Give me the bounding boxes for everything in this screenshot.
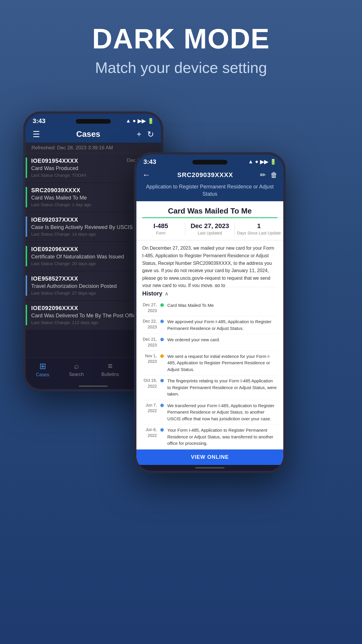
- time-right: 3:43: [143, 158, 156, 166]
- cases-label: Cases: [36, 372, 49, 377]
- home-indicator-right: [136, 465, 283, 471]
- history-date: Jun 6,2022: [142, 427, 157, 438]
- stat-label: Days Since Last Update: [235, 231, 283, 235]
- phone-right: 3:43 ▲ ● ▶▶ 🔋 ← SRC209039XXXX ✏ 🗑 Applic…: [134, 152, 286, 473]
- history-item: Dec 27,2023 Card Was Mailed To Me: [142, 300, 277, 316]
- detail-body-text: On December 27, 2023, we mailed your new…: [142, 244, 277, 287]
- history-section: History ∧ Dec 27,2023 Card Was Mailed To…: [136, 287, 283, 449]
- stat-label: Last Updated: [185, 231, 234, 235]
- history-item: Jun 6,2022 Your Form I-485, Application …: [142, 425, 277, 449]
- view-online-button[interactable]: VIEW ONLINE: [136, 449, 283, 465]
- form-subtitle: Application to Register Permanent Reside…: [136, 183, 283, 201]
- refresh-text: Refreshed: Dec 28, 2023 3:39:16 AM: [31, 145, 113, 150]
- case-id: IOE091954XXXX: [31, 158, 78, 164]
- stat-item: I-485 Form: [136, 222, 185, 235]
- stat-value: 1: [235, 222, 283, 230]
- detail-body: On December 27, 2023, we mailed your new…: [136, 240, 283, 287]
- delete-icon[interactable]: 🗑: [270, 171, 277, 179]
- bottom-nav-bulletins[interactable]: ≡ Bulletins: [93, 361, 127, 377]
- case-id: IOE958527XXXX: [31, 275, 78, 282]
- stat-value: I-485: [136, 222, 185, 230]
- history-dot: [160, 404, 164, 407]
- status-icons-left: ▲ ● ▶▶ 🔋: [126, 118, 154, 124]
- history-dot: [160, 354, 164, 358]
- status-bar-right: 3:43 ▲ ● ▶▶ 🔋: [136, 155, 283, 167]
- stat-item: 1 Days Since Last Update: [234, 222, 283, 235]
- history-dot: [160, 428, 164, 432]
- detail-stats: I-485 Form Dec 27, 2023 Last Updated 1 D…: [136, 218, 283, 240]
- case-indicator: [26, 216, 27, 237]
- bulletins-label: Bulletins: [101, 372, 119, 377]
- case-indicator: [26, 305, 27, 325]
- history-date: Oct 19,2022: [142, 378, 157, 389]
- case-id: IOE092037XXXX: [31, 216, 78, 223]
- detail-navbar: ← SRC209039XXXX ✏ 🗑: [136, 167, 283, 183]
- history-items: Dec 27,2023 Card Was Mailed To Me Dec 22…: [142, 300, 277, 449]
- stat-label: Form: [136, 231, 185, 235]
- history-date: Nov 1,2023: [142, 353, 157, 365]
- detail-action-icons: ✏ 🗑: [260, 171, 277, 179]
- status-icons-right: ▲ ● ▶▶ 🔋: [248, 159, 276, 165]
- promo-header: DARK MODE Match your device setting: [0, 0, 362, 94]
- refresh-bar: Refreshed: Dec 28, 2023 3:39:16 AM: [26, 143, 161, 153]
- case-indicator: [26, 275, 27, 296]
- history-dot: [160, 320, 164, 323]
- history-dot: [160, 338, 164, 341]
- detail-status-title: Card Was Mailed To Me: [136, 201, 283, 217]
- promo-title: DARK MODE: [17, 23, 345, 54]
- detail-case-id: SRC209039XXXX: [154, 171, 256, 179]
- history-date: Dec 27,2023: [142, 302, 157, 314]
- promo-subtitle: Match your device setting: [17, 59, 345, 76]
- case-id: IOE092096XXXX: [31, 305, 78, 312]
- bulletins-icon: ≡: [108, 361, 113, 371]
- phone-right-screen: 3:43 ▲ ● ▶▶ 🔋 ← SRC209039XXXX ✏ 🗑 Applic…: [136, 155, 283, 471]
- history-date: Dec 21,2023: [142, 337, 157, 348]
- app-navbar-left: ☰ Cases + ↻: [26, 127, 161, 143]
- history-title: History: [142, 290, 162, 297]
- search-icon: ⌕: [74, 361, 79, 371]
- history-text: Card Was Mailed To Me: [167, 302, 277, 309]
- history-item: Nov 1,2023 We sent a request for initial…: [142, 351, 277, 376]
- history-text: Your Form I-485, Application to Register…: [167, 427, 277, 447]
- history-header: History ∧: [142, 287, 277, 300]
- stat-value: Dec 27, 2023: [185, 222, 234, 230]
- history-date: Jun 7,2022: [142, 402, 157, 414]
- time-left: 3:43: [33, 117, 45, 125]
- status-bar-left: 3:43 ▲ ● ▶▶ 🔋: [26, 114, 161, 127]
- cases-icon: ⊞: [39, 361, 46, 371]
- case-id: SRC209039XXXX: [31, 187, 80, 194]
- history-text: We sent a request for initial evidence f…: [167, 353, 277, 373]
- case-indicator: [26, 158, 27, 178]
- history-text: We approved your Form I-485, Application…: [167, 318, 277, 332]
- case-indicator: [26, 246, 27, 266]
- back-button[interactable]: ←: [142, 170, 150, 180]
- filter-icon[interactable]: ☰: [33, 130, 40, 139]
- bottom-nav-search[interactable]: ⌕ Search: [59, 361, 93, 377]
- history-text: The fingerprints relating to your Form I…: [167, 378, 277, 398]
- navbar-actions-left: + ↻: [137, 130, 154, 139]
- case-indicator: [26, 187, 27, 207]
- case-id: IOE092096XXXX: [31, 246, 78, 253]
- history-toggle-icon[interactable]: ∧: [165, 290, 168, 297]
- history-date: Dec 22,2023: [142, 318, 157, 330]
- history-text: We ordered your new card.: [167, 337, 277, 343]
- edit-icon[interactable]: ✏: [260, 171, 266, 179]
- history-text: We transferred your Form I-485, Applicat…: [167, 402, 277, 422]
- history-dot: [160, 303, 164, 307]
- bottom-nav-cases[interactable]: ⊞ Cases: [26, 361, 59, 377]
- detail-content: Card Was Mailed To Me I-485 Form Dec 27,…: [136, 201, 283, 465]
- history-dot: [160, 379, 164, 382]
- add-case-icon[interactable]: +: [137, 130, 141, 139]
- history-item: Oct 19,2022 The fingerprints relating to…: [142, 375, 277, 400]
- history-item: Dec 21,2023 We ordered your new card.: [142, 334, 277, 351]
- navbar-title-left: Cases: [76, 130, 101, 139]
- search-label: Search: [69, 372, 84, 377]
- history-item: Dec 22,2023 We approved your Form I-485,…: [142, 316, 277, 334]
- phones-container: 3:43 ▲ ● ▶▶ 🔋 ☰ Cases + ↻ Refreshed: [0, 94, 362, 590]
- refresh-icon[interactable]: ↻: [147, 130, 154, 139]
- history-item: Jun 7,2022 We transferred your Form I-48…: [142, 400, 277, 425]
- stat-item: Dec 27, 2023 Last Updated: [185, 222, 234, 235]
